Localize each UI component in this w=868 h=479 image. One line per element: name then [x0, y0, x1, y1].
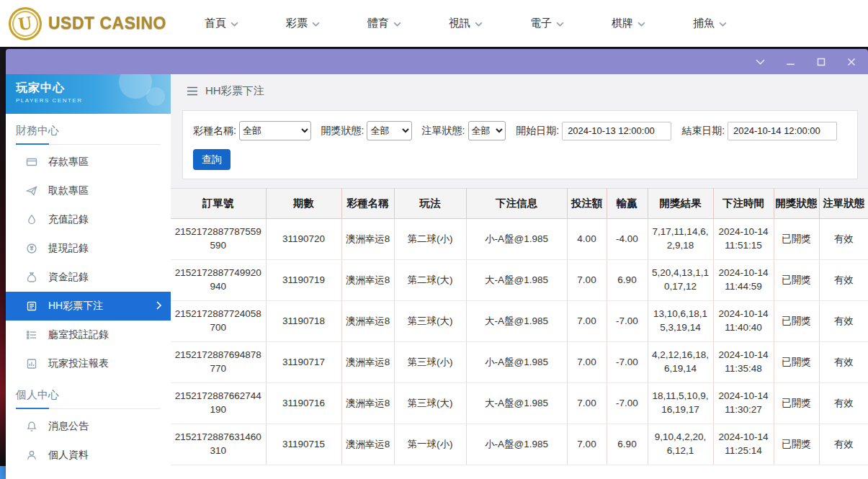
table-cell: 2152172887694878770 — [171, 342, 266, 383]
column-header: 開獎狀態 — [774, 189, 819, 219]
sidebar-item-label: 個人資料 — [48, 449, 89, 462]
minimize-icon[interactable] — [785, 56, 796, 67]
collapse-icon[interactable] — [755, 56, 766, 67]
window-titlebar — [6, 49, 868, 74]
table-cell: 已開獎 — [774, 383, 819, 424]
nav-item-6[interactable]: 棋牌 — [612, 17, 645, 30]
table-cell: 2024-10-14 11:51:15 — [713, 219, 774, 260]
table-header-row: 訂單號期數彩種名稱玩法下注信息投注額輸贏開獎結果下注時間開獎狀態注單狀態 — [171, 189, 868, 219]
nav-item-3[interactable]: 體育 — [367, 17, 401, 30]
column-header: 玩法 — [394, 189, 466, 219]
end-date-input[interactable] — [728, 122, 837, 140]
casino-logo[interactable]: U USDT CASINO — [9, 7, 174, 40]
table-cell: 13,10,6,18,15,3,19,14 — [648, 301, 713, 342]
nav-item-label: 電子 — [530, 17, 552, 30]
table-cell: 第一球(小) — [394, 424, 466, 465]
table-cell: 澳洲幸运8 — [341, 383, 394, 424]
nav-item-label: 視訊 — [449, 17, 470, 30]
column-header: 投注額 — [567, 189, 607, 219]
section-label: 財務中心 — [16, 124, 161, 145]
table-cell: 31190715 — [266, 424, 341, 465]
table-cell: 大-A盤@1.985 — [466, 260, 567, 301]
order-status-label: 注單狀態: — [422, 125, 465, 138]
page-scrollbar[interactable] — [0, 466, 6, 479]
order-status-select[interactable]: 全部 — [468, 121, 506, 140]
sidebar-item[interactable]: 玩家投注報表 — [6, 349, 171, 378]
page-title: HH彩票下注 — [205, 84, 264, 98]
sidebar-item[interactable]: 充值記錄 — [6, 205, 171, 234]
sidebar-item[interactable]: 資金記錄 — [6, 263, 171, 292]
sidebar-item[interactable]: 個人資料 — [6, 441, 171, 470]
table-cell: 7.00 — [567, 342, 607, 383]
table-cell: 7.00 — [567, 301, 607, 342]
chevron-down-icon — [312, 22, 320, 27]
column-header: 下注信息 — [466, 189, 567, 219]
table-cell: 2024-10-14 11:30:27 — [713, 383, 774, 424]
chevron-down-icon — [393, 22, 401, 27]
player-center-window: 玩家中心 PLAYERS CENTER 財務中心存款專區取款專區充值記錄提現記錄… — [6, 49, 868, 479]
menu-toggle-icon[interactable] — [187, 86, 198, 96]
table-cell: 有效 — [819, 342, 868, 383]
sidebar-item[interactable]: 存款專區 — [6, 148, 171, 176]
sidebar-item[interactable]: 取款專區 — [6, 176, 171, 205]
table-row: 215217288769487877031190717澳洲幸运8第三球(小)小-… — [171, 342, 868, 383]
table-cell: 31190719 — [266, 260, 341, 301]
sidebar-item-label: 存款專區 — [48, 156, 89, 169]
main-content: HH彩票下注 彩種名稱:全部開獎狀態:全部注單狀態:全部開始日期:結束日期: 查… — [171, 74, 868, 479]
table-cell: 大-A盤@1.985 — [466, 383, 567, 424]
chevron-right-icon — [156, 301, 161, 310]
sidebar-item-label: 廳室投註記錄 — [48, 328, 109, 341]
query-button[interactable]: 查詢 — [193, 149, 231, 170]
start-date-input[interactable] — [562, 122, 671, 140]
nav-item-1[interactable]: 首頁 — [205, 17, 238, 30]
table-cell: 2024-10-14 11:40:40 — [713, 301, 774, 342]
nav-item-label: 捕魚 — [693, 17, 715, 30]
page-title-bar: HH彩票下注 — [171, 74, 868, 107]
nav-item-4[interactable]: 視訊 — [449, 17, 483, 30]
site-header: U USDT CASINO 首頁彩票體育視訊電子棋牌捕魚 — [0, 0, 868, 47]
table-cell: 4,2,12,16,18,6,19,14 — [648, 342, 713, 383]
lottery-name-select[interactable]: 全部 — [239, 121, 311, 140]
table-cell: 有效 — [819, 424, 868, 465]
table-cell: 大-A盤@1.985 — [466, 301, 567, 342]
window-body: 玩家中心 PLAYERS CENTER 財務中心存款專區取款專區充值記錄提現記錄… — [6, 74, 868, 479]
table-cell: 2152172887662744190 — [171, 383, 266, 424]
chevron-down-icon — [231, 22, 238, 27]
nav-item-2[interactable]: 彩票 — [286, 17, 320, 30]
nav-item-5[interactable]: 電子 — [530, 17, 564, 30]
draw-status-label: 開獎狀態: — [321, 125, 364, 138]
close-icon[interactable] — [846, 56, 856, 67]
sidebar-item-label: HH彩票下注 — [48, 300, 103, 313]
table-cell: 4.00 — [567, 219, 607, 260]
withdraw-record-icon — [26, 243, 37, 254]
table-cell: 第二球(小) — [394, 219, 466, 260]
table-cell: 已開獎 — [774, 219, 819, 260]
column-header: 注單狀態 — [819, 189, 868, 219]
logo-icon: U — [6, 5, 44, 42]
filter-panel: 彩種名稱:全部開獎狀態:全部注單狀態:全部開始日期:結束日期: 查詢 — [182, 110, 858, 179]
draw-status-select[interactable]: 全部 — [367, 121, 411, 140]
table-cell: 31190717 — [266, 342, 341, 383]
chevron-down-icon — [556, 22, 564, 27]
table-cell: 9,10,4,2,20,6,12,1 — [648, 424, 713, 465]
sidebar-item[interactable]: 廳室投註記錄 — [6, 321, 171, 349]
table-cell: -7.00 — [607, 383, 648, 424]
table-cell: 2152172887749920940 — [171, 260, 266, 301]
nav-item-7[interactable]: 捕魚 — [693, 17, 727, 30]
sidebar-item[interactable]: HH彩票下注 — [6, 292, 171, 321]
sidebar: 玩家中心 PLAYERS CENTER 財務中心存款專區取款專區充值記錄提現記錄… — [6, 74, 171, 479]
table-cell: -7.00 — [607, 342, 648, 383]
table-cell: -7.00 — [607, 301, 648, 342]
table-cell: 有效 — [819, 219, 868, 260]
table-cell: 已開獎 — [774, 260, 819, 301]
table-body: 215217288778755959031190720澳洲幸运8第二球(小)小-… — [171, 219, 868, 465]
deposit-icon — [26, 156, 37, 168]
table-cell: 31190716 — [266, 383, 341, 424]
nav-item-label: 首頁 — [205, 17, 226, 30]
chevron-down-icon — [719, 22, 727, 27]
table-cell: 2024-10-14 11:35:48 — [713, 342, 774, 383]
sidebar-item[interactable]: 提現記錄 — [6, 234, 171, 263]
sidebar-item[interactable]: 消息公告 — [6, 412, 171, 441]
bets-table-container: 訂單號期數彩種名稱玩法下注信息投注額輸贏開獎結果下注時間開獎狀態注單狀態 215… — [171, 188, 868, 479]
maximize-icon[interactable] — [815, 56, 826, 67]
